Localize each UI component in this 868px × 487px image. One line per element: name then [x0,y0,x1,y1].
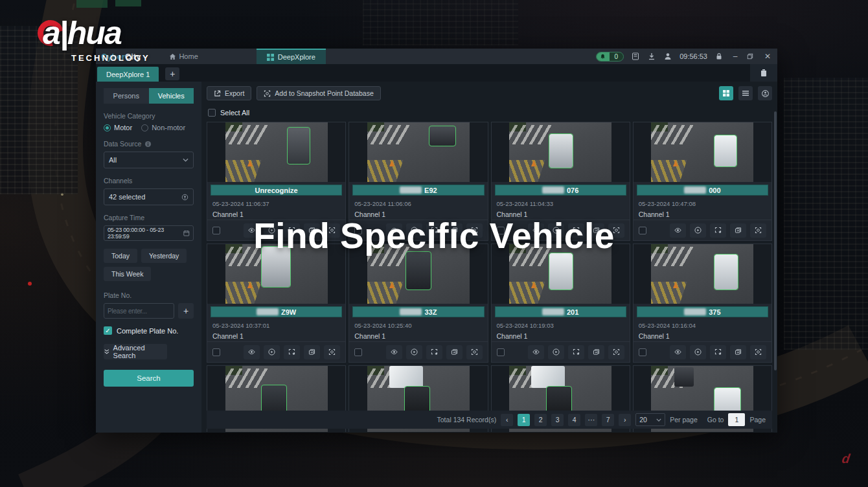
capture-time-input[interactable]: 05-23 00:00:00 - 05-23 23:59:59 [104,225,194,241]
panel-icon[interactable] [631,52,640,61]
plate-banner[interactable]: 000 [637,185,768,196]
card-checkbox[interactable] [497,348,505,356]
focus-search-button[interactable] [750,345,766,359]
plate-banner[interactable]: 201 [495,306,626,317]
this-week-button[interactable]: This Week [104,267,151,281]
add-to-database-button[interactable] [730,345,746,359]
goto-page-input[interactable]: 1 [728,413,745,426]
restore-button[interactable] [747,53,756,60]
close-button[interactable]: ✕ [763,52,772,61]
vehicle-snapshot[interactable] [349,244,487,304]
view-details-button[interactable] [386,223,402,238]
focus-search-button[interactable] [466,345,483,359]
home-tab[interactable]: Home [169,52,198,60]
add-to-database-button[interactable] [446,345,463,359]
select-all-row[interactable]: Select All [208,109,772,117]
yesterday-button[interactable]: Yesterday [141,249,187,263]
radio-motor[interactable]: Motor [104,124,132,131]
playback-button[interactable] [690,223,706,238]
card-checkbox[interactable] [212,348,220,356]
snapshot-crop-button[interactable] [426,223,442,238]
view-details-button[interactable] [528,345,544,359]
add-to-database-button[interactable] [730,223,746,238]
card-checkbox[interactable] [354,227,362,234]
notification-pill[interactable]: 0 [596,52,624,62]
playback-button[interactable] [264,223,280,238]
view-details-button[interactable] [670,345,686,359]
playback-button[interactable] [548,345,564,359]
card-checkbox[interactable] [354,348,362,356]
snapshot-crop-button[interactable] [568,345,584,359]
page-button-2[interactable]: 2 [534,414,547,426]
complete-plate-checkbox[interactable]: ✓ [104,326,112,335]
add-subtab-button[interactable]: + [165,67,179,80]
plate-input[interactable]: Please enter... [104,303,174,319]
plate-banner[interactable]: Z9W [211,306,342,317]
vehicle-snapshot[interactable] [492,244,630,304]
vertical-scrollbar[interactable] [774,111,777,370]
focus-search-button[interactable] [324,223,340,238]
plate-banner[interactable]: 375 [637,306,768,317]
view-details-button[interactable] [670,223,686,238]
snapshot-crop-button[interactable] [284,345,300,359]
playback-button[interactable] [406,345,422,359]
export-button[interactable]: Export [207,86,251,100]
lock-icon[interactable] [714,52,724,61]
snapshot-crop-button[interactable] [710,345,726,359]
today-button[interactable]: Today [104,249,137,263]
add-to-database-button[interactable] [446,223,463,238]
focus-search-button[interactable] [750,223,766,238]
grid-view-button[interactable] [719,86,733,100]
add-to-database-button[interactable] [304,223,320,238]
card-checkbox[interactable] [639,348,646,356]
snapshot-crop-button[interactable] [284,223,300,238]
add-to-snapshot-db-button[interactable]: Add to Snapshot Point Database [257,86,380,100]
view-details-button[interactable] [528,223,544,238]
plate-banner[interactable]: 076 [495,185,626,196]
select-all-checkbox[interactable] [208,109,216,117]
vehicle-snapshot[interactable] [349,122,487,182]
radio-non-motor[interactable]: Non-motor [141,124,185,131]
focus-search-button[interactable] [608,345,624,359]
add-to-database-button[interactable] [304,345,320,359]
user-icon[interactable] [663,52,672,61]
view-details-button[interactable] [244,223,260,238]
card-checkbox[interactable] [497,227,505,234]
deepxplore-1-subtab[interactable]: DeepXplore 1 [97,67,159,82]
page-button-7[interactable]: 7 [602,414,614,426]
channels-select[interactable]: 42 selected [104,188,194,205]
deepxplore-tab[interactable]: DeepXplore [257,49,326,64]
playback-button[interactable] [690,345,706,359]
next-page-button[interactable]: › [619,414,631,426]
page-button-4[interactable]: 4 [568,414,580,426]
playback-button[interactable] [264,345,280,359]
snapshot-crop-button[interactable] [568,223,584,238]
add-plate-button[interactable]: + [178,303,194,319]
minimize-button[interactable]: – [731,52,740,61]
card-checkbox[interactable] [639,227,646,234]
complete-plate-row[interactable]: ✓ Complete Plate No. [104,326,194,335]
advanced-search-button[interactable]: Advanced Search [104,344,167,359]
vehicle-snapshot[interactable] [634,244,771,304]
view-details-button[interactable] [244,345,260,359]
plate-banner[interactable]: E92 [352,185,484,196]
vehicle-snapshot[interactable] [634,122,771,182]
subtab-bar-trash-area[interactable] [750,64,777,82]
plate-banner[interactable]: Unrecognize [211,185,342,196]
add-to-database-button[interactable] [588,223,604,238]
view-details-button[interactable] [386,345,402,359]
per-page-select[interactable]: 20 [635,413,665,426]
focus-search-button[interactable] [608,223,624,238]
download-icon[interactable] [647,52,656,61]
tab-persons[interactable]: Persons [104,88,149,104]
list-view-button[interactable] [738,86,753,100]
vehicle-snapshot[interactable] [207,244,345,304]
page-button-1[interactable]: 1 [518,414,530,426]
vehicle-snapshot[interactable] [207,122,345,182]
search-button[interactable]: Search [104,370,194,387]
add-to-database-button[interactable] [588,345,604,359]
card-checkbox[interactable] [212,227,220,234]
data-source-select[interactable]: All [104,152,194,168]
tab-vehicles[interactable]: Vehicles [149,88,194,104]
plate-banner[interactable]: 33Z [352,306,484,317]
